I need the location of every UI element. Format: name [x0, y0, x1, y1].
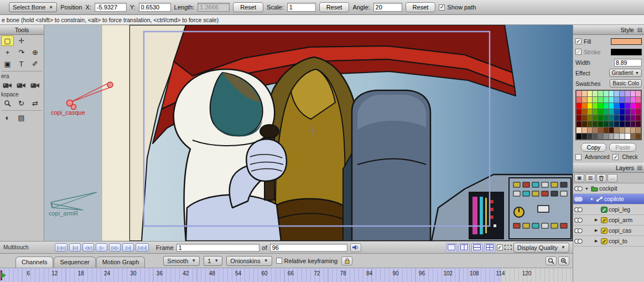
palette-swatch[interactable]: [598, 115, 603, 121]
layer-visibility-toggle[interactable]: [574, 228, 583, 233]
lock-keyframes-button[interactable]: [341, 257, 352, 265]
manipulate-bones-tool[interactable]: ▣: [1, 59, 14, 69]
checkered-checkbox[interactable]: ✓: [612, 154, 619, 160]
palette-swatch[interactable]: [604, 91, 609, 96]
audio-mute-button[interactable]: [350, 243, 361, 252]
rewind-button[interactable]: |◁◁: [55, 243, 67, 252]
palette-swatch[interactable]: [577, 97, 581, 102]
layer-expand-toggle[interactable]: ▼: [585, 187, 590, 191]
palette-swatch[interactable]: [598, 91, 603, 96]
palette-swatch[interactable]: [631, 97, 636, 102]
palette-swatch[interactable]: [636, 109, 641, 115]
palette-swatch[interactable]: [614, 121, 619, 127]
tools-panel-header[interactable]: Tools: [0, 25, 44, 35]
layer-expand-toggle[interactable]: ▶: [595, 218, 600, 222]
stroke-checkbox[interactable]: ✓: [575, 49, 581, 55]
reset-angle-button[interactable]: Reset: [406, 2, 436, 12]
palette-swatch[interactable]: [582, 97, 587, 102]
layer-row-copi_cas[interactable]: ▶copi_cas: [573, 225, 644, 236]
palette-swatch[interactable]: [609, 121, 614, 127]
roll-camera-tool[interactable]: [29, 80, 41, 90]
translate-bone-tool[interactable]: ✛: [15, 35, 28, 46]
palette-swatch[interactable]: [620, 134, 625, 139]
onionskins-dropdown[interactable]: Onionskins ▼: [226, 256, 272, 266]
display-quality-dropdown[interactable]: Display Quality ▼: [513, 243, 569, 253]
layer-row-cockpit[interactable]: ▼cockpit: [573, 183, 644, 194]
palette-swatch[interactable]: [604, 97, 609, 102]
current-frame-input[interactable]: [176, 244, 259, 252]
palette-swatch[interactable]: [593, 121, 598, 127]
palette-swatch[interactable]: [593, 134, 598, 139]
pan-workspace-tool[interactable]: ⇄: [29, 98, 41, 109]
palette-swatch[interactable]: [582, 91, 587, 96]
copy-style-button[interactable]: Copy: [581, 143, 607, 152]
jump-to-end-button[interactable]: ▷▷|: [136, 243, 148, 252]
layer-visibility-toggle[interactable]: [574, 239, 583, 243]
show-path-checkbox[interactable]: ✓: [439, 4, 445, 11]
palette-swatch[interactable]: [609, 127, 614, 133]
bone-strength-tool[interactable]: ⊕: [29, 47, 41, 58]
palette-swatch[interactable]: [620, 121, 625, 127]
palette-swatch[interactable]: [588, 97, 593, 102]
step-forward-button[interactable]: ▷▷: [109, 243, 121, 252]
palette-swatch[interactable]: [614, 127, 619, 133]
palette-swatch[interactable]: [593, 127, 598, 133]
palette-swatch[interactable]: [609, 134, 614, 139]
canvas-scene[interactable]: copi_casque copi_armR: [44, 25, 573, 241]
layers-panel-header[interactable]: Layers ▤: [573, 163, 644, 173]
tab-sequencer[interactable]: Sequencer: [54, 257, 95, 268]
palette-swatch[interactable]: [593, 97, 598, 102]
layer-expand-toggle[interactable]: ▶: [595, 228, 600, 233]
palette-swatch[interactable]: [609, 115, 614, 121]
layer-visibility-toggle[interactable]: [574, 197, 583, 201]
palette-swatch[interactable]: [577, 109, 581, 115]
palette-swatch[interactable]: [582, 127, 587, 133]
palette-swatch[interactable]: [625, 97, 630, 102]
layer-row-copi_to[interactable]: ▶copi_to: [573, 236, 644, 247]
palette-swatch[interactable]: [636, 134, 641, 139]
orbit-workspace-tool[interactable]: ◐: [1, 112, 14, 123]
step-back-button[interactable]: ◁◁: [82, 243, 94, 252]
layer-options-button[interactable]: …: [607, 174, 617, 182]
palette-swatch[interactable]: [631, 109, 636, 115]
layer-row-copilote[interactable]: ▼copilote: [573, 194, 644, 204]
palette-swatch[interactable]: [598, 109, 603, 115]
palette-swatch[interactable]: [625, 121, 630, 127]
layer-visibility-toggle[interactable]: [574, 218, 583, 222]
palette-swatch[interactable]: [582, 109, 587, 115]
palette-swatch[interactable]: [636, 121, 641, 127]
palette-swatch[interactable]: [631, 134, 636, 139]
palette-swatch[interactable]: [577, 103, 581, 109]
x-input[interactable]: [95, 3, 127, 12]
timeline-zoom-in-button[interactable]: [558, 257, 569, 265]
playhead-marker[interactable]: [1, 272, 6, 279]
play-button[interactable]: ▷: [96, 243, 107, 252]
split-vertical-view-button[interactable]: [459, 243, 470, 252]
fill-checkbox[interactable]: ✓: [575, 38, 581, 44]
layer-row-copi_leg[interactable]: copi_leg: [573, 204, 644, 215]
palette-swatch[interactable]: [598, 134, 603, 139]
palette-swatch[interactable]: [588, 127, 593, 133]
zoom-workspace-tool[interactable]: [1, 98, 14, 109]
palette-swatch[interactable]: [609, 103, 614, 109]
bone-dynamics-tool[interactable]: ✐: [29, 59, 41, 69]
palette-swatch[interactable]: [604, 134, 609, 139]
timeline-zoom-out-button[interactable]: [546, 257, 557, 265]
previous-keyframe-button[interactable]: |◁: [69, 243, 81, 252]
scale-input[interactable]: [287, 3, 316, 12]
palette-swatch[interactable]: [636, 115, 641, 121]
palette-swatch[interactable]: [625, 115, 630, 121]
palette-swatch[interactable]: [604, 115, 609, 121]
effect-dropdown[interactable]: Gradient ▼: [609, 69, 642, 77]
palette-swatch[interactable]: [577, 91, 581, 96]
palette-swatch[interactable]: [636, 97, 641, 102]
total-frames-input[interactable]: [270, 244, 347, 252]
palette-swatch[interactable]: [588, 134, 593, 139]
palette-swatch[interactable]: [604, 103, 609, 109]
palette-swatch[interactable]: [588, 91, 593, 96]
duplicate-layer-button[interactable]: ▥: [585, 174, 595, 182]
angle-input[interactable]: [373, 3, 402, 12]
palette-swatch[interactable]: [577, 115, 581, 121]
palette-swatch[interactable]: [620, 109, 625, 115]
fill-swatch[interactable]: [611, 38, 642, 45]
